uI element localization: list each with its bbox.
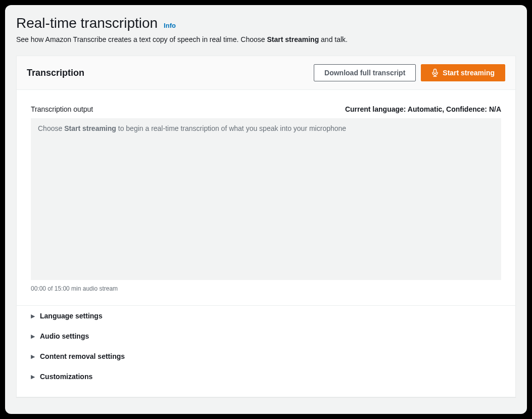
download-transcript-button[interactable]: Download full transcript	[314, 64, 416, 81]
caret-right-icon: ▶	[31, 354, 35, 359]
stream-info: 00:00 of 15:00 min audio stream	[31, 285, 501, 292]
expand-language-settings[interactable]: ▶ Language settings	[31, 306, 501, 326]
placeholder-bold: Start streaming	[64, 124, 116, 132]
start-streaming-label: Start streaming	[443, 68, 495, 78]
status-confidence: N/A	[489, 105, 501, 113]
page-title-row: Real-time transcription Info	[16, 15, 516, 31]
card-body: Transcription output Current language: A…	[17, 90, 515, 397]
status-mid: , Confidence:	[442, 105, 489, 113]
page-container: Real-time transcription Info See how Ama…	[5, 5, 527, 414]
info-link[interactable]: Info	[164, 22, 176, 29]
placeholder-suffix: to begin a real-time transcription of wh…	[116, 124, 346, 132]
status-prefix: Current language:	[345, 105, 408, 113]
page-title: Real-time transcription	[16, 15, 158, 31]
caret-right-icon: ▶	[31, 334, 35, 339]
transcription-output-box: Choose Start streaming to begin a real-t…	[31, 118, 501, 280]
expand-customizations[interactable]: ▶ Customizations	[31, 366, 501, 387]
start-streaming-button[interactable]: Start streaming	[421, 64, 505, 81]
expand-audio-settings[interactable]: ▶ Audio settings	[31, 326, 501, 346]
card-actions: Download full transcript Start streaming	[314, 64, 505, 81]
page-description-suffix: and talk.	[319, 35, 348, 43]
page-header: Real-time transcription Info See how Ama…	[16, 15, 516, 43]
expand-content-removal-settings[interactable]: ▶ Content removal settings	[31, 346, 501, 366]
page-description-bold: Start streaming	[267, 35, 319, 43]
section-label: Audio settings	[40, 332, 89, 340]
section-label: Language settings	[40, 312, 103, 320]
card-title: Transcription	[27, 68, 84, 78]
microphone-icon	[431, 69, 439, 77]
svg-rect-0	[434, 69, 437, 74]
caret-right-icon: ▶	[31, 374, 35, 380]
status-language: Automatic	[408, 105, 442, 113]
caret-right-icon: ▶	[31, 313, 35, 319]
page-description-prefix: See how Amazon Transcribe creates a text…	[16, 35, 267, 43]
page-description: See how Amazon Transcribe creates a text…	[16, 35, 516, 43]
output-header: Transcription output Current language: A…	[31, 105, 501, 113]
section-label: Content removal settings	[40, 352, 125, 360]
output-label: Transcription output	[31, 105, 93, 113]
placeholder-prefix: Choose	[38, 124, 64, 132]
section-label: Customizations	[40, 373, 92, 381]
output-status: Current language: Automatic, Confidence:…	[345, 105, 501, 113]
transcription-card: Transcription Download full transcript S…	[16, 56, 516, 397]
card-header: Transcription Download full transcript S…	[17, 56, 515, 90]
